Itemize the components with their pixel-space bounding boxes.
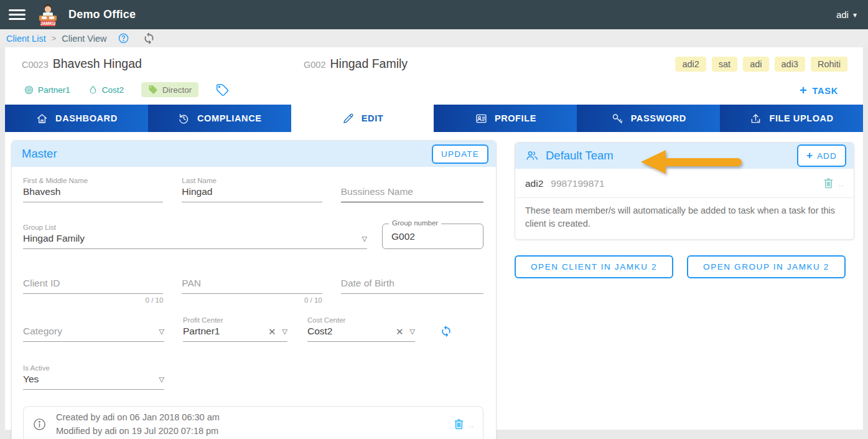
sync-centers-icon[interactable] [440, 325, 452, 338]
tab-password[interactable]: PASSWORD [577, 105, 720, 132]
profit-center-tag: Partner1 [24, 85, 70, 95]
tab-dashboard[interactable]: DASHBOARD [5, 105, 148, 132]
master-form: First & Middle Name Bhavesh Last Name Hi… [12, 167, 496, 439]
team-chip[interactable]: sat [712, 57, 737, 72]
field-label: Is Active [23, 364, 164, 372]
group-number-input[interactable]: Group number G002 [382, 224, 483, 249]
info-icon [32, 417, 47, 432]
caret-down-icon: ▾ [853, 11, 857, 19]
add-tag-icon[interactable] [216, 83, 229, 97]
add-team-member-button[interactable]: + ADD [797, 144, 846, 167]
main-area: Master UPDATE First & Middle Name Bhaves… [5, 132, 863, 430]
cost-center-field[interactable]: Cost Center Cost2 ✕ ▽ [307, 316, 415, 342]
home-icon [35, 112, 49, 125]
group-list-field[interactable]: Group List Hingad Family ▽ [23, 224, 367, 249]
client-label-chip: Director [141, 82, 198, 97]
target-icon [24, 85, 34, 95]
dropdown-arrow-icon[interactable]: ▽ [410, 328, 415, 335]
pencil-icon [342, 112, 355, 125]
team-chip[interactable]: adi3 [775, 57, 805, 72]
delete-client-icon[interactable] [452, 418, 465, 431]
dropdown-arrow-icon[interactable]: ▽ [282, 328, 287, 335]
field-label: Group List [23, 224, 367, 231]
modified-by-text: Modified by adi on 19 Jul 2020 07:18 pm [56, 425, 220, 438]
audit-info: Created by adi on 06 Jan 2018 06:30 am M… [23, 406, 483, 439]
default-team-header: Default Team + ADD [515, 143, 854, 169]
dropdown-arrow-icon[interactable]: ▽ [159, 376, 164, 383]
cost-center-tag: Cost2 [88, 85, 124, 95]
tab-compliance[interactable]: COMPLIANCE [148, 105, 291, 132]
jamku-logo-icon: JAMKU [35, 3, 60, 27]
dropdown-arrow-icon[interactable]: ▽ [159, 328, 164, 335]
tab-bar: DASHBOARD COMPLIANCE EDIT PROFILE [5, 105, 863, 132]
team-chip[interactable]: adi2 [675, 57, 706, 72]
more-handle-icon[interactable]: .. [839, 180, 844, 187]
breadcrumb: Client List > Client View [0, 29, 868, 47]
member-phone: 9987199871 [551, 178, 604, 189]
last-name-field[interactable]: Last Name Hingad [182, 177, 322, 202]
category-field[interactable]: Category ▽ [23, 326, 164, 342]
id-card-icon [475, 112, 488, 125]
group-name: Hingad Family [330, 57, 408, 71]
update-button[interactable]: UPDATE [432, 144, 488, 164]
external-actions: OPEN CLIENT IN JAMKU 2 OPEN GROUP IN JAM… [515, 255, 846, 278]
top-app-bar: JAMKU Demo Office adi ▾ [0, 0, 868, 29]
remove-member-icon[interactable] [822, 177, 835, 190]
chevron-right-icon: > [52, 34, 57, 43]
page-content: C0023 Bhavesh Hingad G002 Hingad Family … [5, 47, 863, 430]
tag-icon [148, 85, 158, 95]
field-label: First & Middle Name [23, 177, 163, 184]
breadcrumb-client-list[interactable]: Client List [6, 34, 46, 44]
clear-icon[interactable]: ✕ [268, 327, 276, 336]
droplet-icon [88, 85, 98, 95]
profit-center-field[interactable]: Profit Center Partner1 ✕ ▽ [183, 316, 287, 342]
open-client-jamku2-button[interactable]: OPEN CLIENT IN JAMKU 2 [515, 255, 673, 278]
help-icon[interactable] [118, 32, 129, 44]
char-counter: 0 / 10 [182, 296, 322, 304]
clear-icon[interactable]: ✕ [396, 327, 404, 336]
dropdown-arrow-icon[interactable]: ▽ [362, 235, 367, 242]
client-id-field[interactable]: Client ID 0 / 10 [23, 278, 163, 304]
add-task-button[interactable]: + TASK [800, 83, 838, 98]
master-panel: Master UPDATE First & Middle Name Bhaves… [11, 140, 497, 439]
client-code: C0023 [22, 60, 49, 70]
group-name-block: G002 Hingad Family [304, 57, 408, 71]
member-name: adi2 [525, 178, 543, 189]
upload-icon [749, 112, 762, 125]
refresh-icon[interactable] [142, 32, 156, 45]
first-middle-name-field[interactable]: First & Middle Name Bhavesh [23, 177, 163, 202]
user-name: adi [836, 9, 849, 20]
tab-file-upload[interactable]: FILE UPLOAD [720, 105, 863, 132]
more-handle-icon[interactable]: .. [469, 421, 474, 428]
created-by-text: Created by adi on 06 Jan 2018 06:30 am [56, 411, 220, 425]
client-header: C0023 Bhavesh Hingad G002 Hingad Family … [5, 47, 863, 105]
field-label: Profit Center [183, 316, 287, 324]
client-name-block: C0023 Bhavesh Hingad [22, 57, 142, 71]
client-tags-row: Partner1 Cost2 Director [24, 82, 229, 97]
default-team-title: Default Team [546, 149, 614, 163]
menu-icon[interactable] [9, 9, 26, 20]
pan-field[interactable]: PAN 0 / 10 [182, 278, 322, 304]
team-member-row: adi2 9987199871 .. [515, 169, 854, 197]
key-icon [611, 112, 624, 125]
field-label: Group number [389, 219, 441, 227]
tab-profile[interactable]: PROFILE [434, 105, 577, 132]
tab-edit[interactable]: EDIT [291, 105, 434, 132]
date-of-birth-field[interactable]: Date of Birth [341, 278, 483, 304]
master-title: Master [22, 147, 57, 161]
field-label: Last Name [182, 177, 322, 184]
group-code: G002 [304, 60, 325, 70]
team-chip[interactable]: Rohiti [811, 57, 847, 72]
client-name: Bhavesh Hingad [53, 57, 142, 71]
open-group-jamku2-button[interactable]: OPEN GROUP IN JAMKU 2 [687, 255, 846, 278]
team-chip[interactable]: adi [743, 57, 768, 72]
master-panel-header: Master UPDATE [12, 141, 496, 167]
is-active-field[interactable]: Is Active Yes ▽ [23, 364, 164, 390]
business-name-field[interactable]: Bussiness Name [341, 186, 483, 202]
default-team-panel: Default Team + ADD adi2 9987199871 [515, 142, 854, 240]
team-note: These team member/s will automatically b… [515, 198, 854, 239]
office-name: Demo Office [68, 8, 136, 21]
breadcrumb-client-view: Client View [62, 34, 106, 44]
team-chips: adi2 sat adi adi3 Rohiti [675, 57, 847, 72]
user-menu[interactable]: adi ▾ [836, 9, 857, 20]
